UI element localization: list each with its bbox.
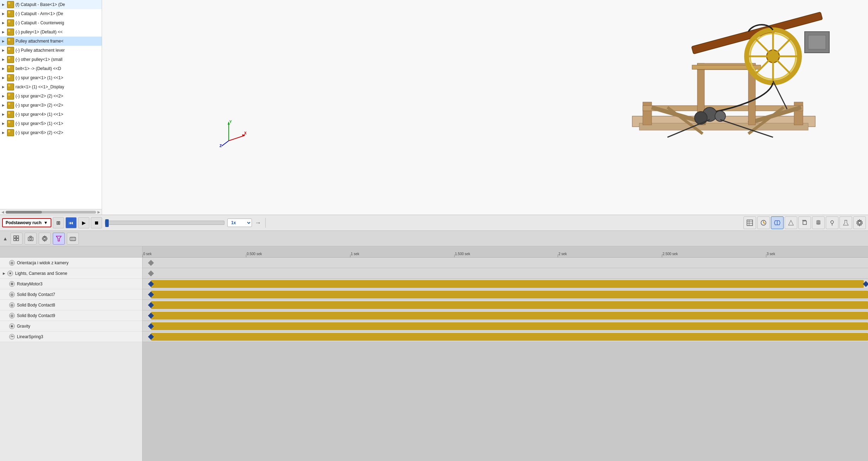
- timeline-area: ◎Orientacja i widok z kamery▶☀Lights, Ca…: [0, 246, 868, 461]
- tree-item-13[interactable]: ▶(-) spur gear<4> (1) <<1>: [0, 110, 102, 119]
- timeline-row-icon-contact: ◎: [9, 302, 15, 308]
- filter-btn-grid[interactable]: [11, 233, 23, 245]
- track-row-4[interactable]: [142, 300, 868, 310]
- timeline-row-label: Solid Body Contact9: [17, 313, 55, 318]
- stop-button[interactable]: ⏹: [91, 217, 102, 228]
- tree-item-3[interactable]: ▶(-) Catapult - Counterweig: [0, 18, 102, 27]
- tree-item-6[interactable]: ▶(-) Pulley attachment lever: [0, 46, 102, 55]
- track-row-7[interactable]: [142, 331, 868, 342]
- timeline-label-rows: ◎Orientacja i widok z kamery▶☀Lights, Ca…: [0, 258, 142, 342]
- tree-item-arrow: ▶: [2, 94, 7, 98]
- timeline-label-0[interactable]: ◎Orientacja i widok z kamery: [0, 258, 142, 268]
- tree-scroll-horizontal[interactable]: ◀ ▶: [0, 209, 102, 215]
- filter-btn-gear[interactable]: [39, 233, 51, 245]
- results-icon-btn[interactable]: [757, 216, 770, 229]
- tree-item-icon: [7, 129, 14, 136]
- tree-item-12[interactable]: ▶(-) spur gear<3> (2) <<2>: [0, 101, 102, 110]
- filter-btn-key[interactable]: [67, 233, 79, 245]
- track-row-1[interactable]: [142, 268, 868, 279]
- tree-panel: ▶(f) Catapult - Base<1> (De▶(-) Catapult…: [0, 0, 102, 215]
- timeline-row-icon-gravity: ⊕: [9, 323, 15, 329]
- pin-icon-btn[interactable]: [826, 216, 838, 229]
- tree-item-15[interactable]: ▶(-) spur gear<6> (2) <<2>: [0, 128, 102, 137]
- svg-rect-58: [17, 236, 19, 238]
- 3d-viewport[interactable]: Y X Z: [102, 0, 868, 215]
- tree-item-label: (-) Catapult - Arm<1> (De: [15, 11, 63, 16]
- filter-btn-camera[interactable]: [25, 233, 37, 245]
- track-row-2[interactable]: [142, 279, 868, 289]
- svg-rect-47: [803, 221, 806, 225]
- svg-point-62: [30, 238, 32, 240]
- timeline-seekbar[interactable]: [105, 221, 224, 225]
- track-row-0[interactable]: [142, 258, 868, 268]
- tree-item-icon: [7, 56, 14, 63]
- play-to-start-button[interactable]: ⏮: [65, 217, 77, 228]
- copy-icon-btn[interactable]: [798, 216, 811, 229]
- svg-point-33: [695, 112, 707, 124]
- timeline-label-6[interactable]: ⊕Gravity: [0, 321, 142, 331]
- tree-item-2[interactable]: ▶(-) Catapult - Arm<1> (De: [0, 9, 102, 18]
- dropdown-arrow: ▼: [44, 220, 48, 225]
- timeline-label-5[interactable]: ◎Solid Body Contact9: [0, 310, 142, 321]
- timeline-row-label: Solid Body Contact7: [17, 292, 55, 297]
- svg-rect-9: [639, 123, 808, 130]
- database-icon-btn[interactable]: [812, 216, 825, 229]
- tree-item-label: (-) Pulley attachment lever: [15, 48, 65, 53]
- track-row-6[interactable]: [142, 321, 868, 331]
- tree-item-8[interactable]: ▶belt<1> -> (Default) <<D: [0, 64, 102, 73]
- tree-item-arrow: ▶: [2, 113, 7, 116]
- next-arrow[interactable]: →: [253, 219, 262, 227]
- tree-item-11[interactable]: ▶(-) spur gear<2> (2) <<2>: [0, 91, 102, 101]
- timeline-row-label: Gravity: [17, 324, 30, 329]
- filter-btn-funnel[interactable]: [53, 233, 65, 245]
- expand-arrow[interactable]: ▶: [3, 272, 5, 275]
- panel-collapse-btn[interactable]: ▲: [2, 235, 8, 242]
- tree-item-label: (-) spur gear<3> (2) <<2>: [15, 103, 63, 108]
- tree-item-icon: [7, 93, 14, 100]
- tree-item-5[interactable]: ▶Pulley attachment frame<: [0, 37, 102, 46]
- tree-item-label: (-) other pulley<1> (small: [15, 57, 62, 62]
- tree-item-4[interactable]: ▶(-) pulley<1> (Default) <<: [0, 27, 102, 37]
- coordinate-axes: Y X Z: [218, 120, 246, 148]
- play-button[interactable]: ▶: [78, 217, 89, 228]
- svg-line-43: [764, 223, 765, 223]
- timeline-row-icon-motor: ⚙: [9, 281, 15, 287]
- svg-marker-46: [788, 220, 793, 225]
- timeline-label-7[interactable]: 〜LinearSpring3: [0, 331, 142, 342]
- gear-settings-icon-btn[interactable]: [853, 216, 866, 229]
- motion-dropdown[interactable]: Podstawowy ruch ▼: [2, 218, 51, 227]
- timeline-row-label: Solid Body Contact8: [17, 303, 55, 308]
- track-row-5[interactable]: [142, 310, 868, 321]
- tree-item-arrow: ▶: [2, 3, 7, 6]
- tree-list[interactable]: ▶(f) Catapult - Base<1> (De▶(-) Catapult…: [0, 0, 102, 209]
- tree-item-icon: [7, 38, 14, 45]
- tree-item-label: (-) pulley<1> (Default) <<: [15, 30, 63, 34]
- tree-item-arrow: ▶: [2, 103, 7, 107]
- timeline-label-4[interactable]: ◎Solid Body Contact8: [0, 300, 142, 310]
- tree-item-7[interactable]: ▶(-) other pulley<1> (small: [0, 55, 102, 64]
- track-bar: [151, 301, 868, 309]
- tree-item-1[interactable]: ▶(f) Catapult - Base<1> (De: [0, 0, 102, 9]
- spreadsheet-icon-btn[interactable]: [743, 216, 756, 229]
- properties-button[interactable]: ⊞: [53, 217, 64, 228]
- ruler-mark: 2.500 sek: [663, 252, 678, 256]
- timeline-thumb[interactable]: [105, 219, 109, 227]
- speed-select[interactable]: 0.25x 0.5x 1x 2x 4x: [227, 219, 252, 227]
- tree-item-label: (-) spur gear<2> (2) <<2>: [15, 94, 63, 99]
- timeline-labels-header: [0, 246, 142, 258]
- compare-icon-btn[interactable]: [785, 216, 797, 229]
- flask-icon-btn[interactable]: [840, 216, 852, 229]
- tree-item-9[interactable]: ▶(-) spur gear<1> (1) <<1>: [0, 73, 102, 82]
- timeline-label-1[interactable]: ▶☀Lights, Cameras and Scene: [0, 268, 142, 279]
- svg-text:Z: Z: [220, 144, 222, 148]
- tree-item-arrow: ▶: [2, 12, 7, 15]
- timeline-label-2[interactable]: ⚙RotaryMotor3: [0, 279, 142, 289]
- tree-item-14[interactable]: ▶(-) spur gear<5> (1) <<1>: [0, 119, 102, 128]
- tree-item-10[interactable]: ▶rack<1> (1) <<1>_Display: [0, 82, 102, 91]
- timeline-label-3[interactable]: ◎Solid Body Contact7: [0, 289, 142, 300]
- tree-item-arrow: ▶: [2, 39, 7, 43]
- svg-rect-37: [747, 220, 753, 226]
- motion-study-icon-btn[interactable]: [771, 216, 784, 229]
- track-row-3[interactable]: [142, 289, 868, 300]
- svg-point-56: [858, 221, 861, 224]
